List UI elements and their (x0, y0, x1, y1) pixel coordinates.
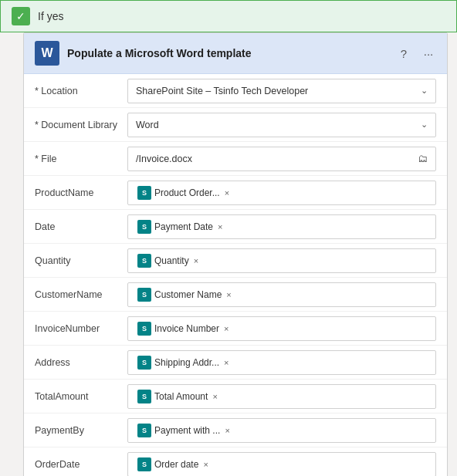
field-value-file: /Invoice.docx🗂 (127, 147, 436, 171)
field-value-invoice-number: SInvoice Number× (127, 316, 436, 341)
dropdown-document-library[interactable]: Word⌄ (127, 113, 436, 137)
tag-close-payment-by[interactable]: × (225, 426, 229, 435)
tag-text-payment-by: Payment with ... (154, 425, 220, 436)
field-label-address: Address (35, 357, 127, 368)
field-label-customer-name: CustomerName (35, 289, 127, 300)
folder-icon: 🗂 (418, 153, 428, 164)
sharepoint-icon: S (137, 254, 151, 268)
tag-total-amount: STotal Amount× (134, 388, 221, 405)
chevron-down-icon: ⌄ (421, 120, 428, 130)
field-row-document-library: * Document LibraryWord⌄ (24, 108, 447, 142)
tag-quantity: SQuantity× (134, 252, 201, 269)
field-row-payment-by: PaymentBySPayment with ...× (24, 414, 447, 447)
if-yes-label: If yes (38, 10, 63, 22)
field-row-address: AddressSShipping Addr...× (24, 346, 447, 380)
tag-text-customer-name: Customer Name (154, 289, 222, 300)
tag-date: SPayment Date× (134, 218, 225, 235)
field-value-address: SShipping Addr...× (127, 350, 436, 375)
field-value-location: SharePoint Site – Tsinfo Tech Developer⌄ (127, 79, 436, 103)
field-label-total-amount: TotalAmount (35, 391, 127, 402)
tag-text-total-amount: Total Amount (154, 391, 208, 402)
field-value-date: SPayment Date× (127, 214, 436, 239)
field-value-order-date: SOrder date× (127, 452, 436, 477)
field-row-product-name: ProductNameSProduct Order...× (24, 176, 447, 210)
tag-address: SShipping Addr...× (134, 354, 232, 371)
tag-container-product-name[interactable]: SProduct Order...× (127, 181, 436, 205)
sharepoint-icon: S (137, 186, 151, 200)
tag-text-date: Payment Date (154, 221, 213, 232)
tag-text-quantity: Quantity (154, 255, 189, 266)
tag-close-address[interactable]: × (224, 358, 228, 367)
sharepoint-icon: S (137, 220, 151, 234)
field-row-date: DateSPayment Date× (24, 210, 447, 244)
tag-customer-name: SCustomer Name× (134, 286, 235, 303)
tag-text-invoice-number: Invoice Number (154, 323, 219, 334)
field-label-quantity: Quantity (35, 255, 127, 266)
card-header: W Populate a Microsoft Word template ? ·… (24, 33, 447, 74)
sharepoint-icon: S (137, 424, 151, 437)
sharepoint-icon: S (137, 356, 151, 370)
file-input-file[interactable]: /Invoice.docx🗂 (127, 147, 436, 171)
tag-order-date: SOrder date× (134, 456, 212, 473)
field-value-document-library: Word⌄ (127, 113, 436, 137)
tag-text-address: Shipping Addr... (154, 357, 219, 368)
field-value-total-amount: STotal Amount× (127, 384, 436, 409)
field-row-order-date: OrderDateSOrder date× (24, 447, 447, 476)
more-options-button[interactable]: ··· (421, 46, 436, 61)
sharepoint-icon: S (137, 390, 151, 403)
field-row-location: * LocationSharePoint Site – Tsinfo Tech … (24, 74, 447, 108)
card-title: Populate a Microsoft Word template (67, 47, 388, 59)
tag-container-customer-name[interactable]: SCustomer Name× (127, 282, 436, 307)
tag-container-total-amount[interactable]: STotal Amount× (127, 384, 436, 409)
tag-close-quantity[interactable]: × (194, 256, 198, 265)
tag-container-invoice-number[interactable]: SInvoice Number× (127, 316, 436, 341)
tag-text-product-name: Product Order... (154, 187, 220, 198)
tag-container-quantity[interactable]: SQuantity× (127, 248, 436, 273)
tag-container-payment-by[interactable]: SPayment with ...× (127, 418, 436, 443)
if-yes-bar: ✓ If yes (0, 0, 457, 32)
tag-container-order-date[interactable]: SOrder date× (127, 452, 436, 477)
tag-close-total-amount[interactable]: × (212, 392, 217, 401)
card-header-actions: ? ··· (396, 46, 436, 61)
tag-close-order-date[interactable]: × (203, 460, 208, 469)
file-path-file: /Invoice.docx (136, 154, 192, 164)
field-label-invoice-number: InvoiceNumber (35, 323, 127, 334)
field-row-quantity: QuantitySQuantity× (24, 244, 447, 278)
check-icon: ✓ (12, 7, 30, 25)
card-body: * LocationSharePoint Site – Tsinfo Tech … (24, 74, 447, 476)
tag-text-order-date: Order date (154, 459, 198, 470)
tag-close-product-name[interactable]: × (225, 188, 229, 197)
field-value-product-name: SProduct Order...× (127, 181, 436, 205)
field-row-invoice-number: InvoiceNumberSInvoice Number× (24, 312, 447, 346)
field-label-product-name: ProductName (35, 187, 127, 198)
tag-close-invoice-number[interactable]: × (224, 324, 228, 333)
dropdown-text-location: SharePoint Site – Tsinfo Tech Developer (136, 86, 308, 96)
field-row-total-amount: TotalAmountSTotal Amount× (24, 380, 447, 414)
tag-close-date[interactable]: × (218, 222, 222, 231)
sharepoint-icon: S (137, 288, 151, 302)
tag-container-address[interactable]: SShipping Addr...× (127, 350, 436, 375)
tag-product-name: SProduct Order...× (134, 184, 232, 201)
word-icon: W (35, 41, 59, 66)
field-value-quantity: SQuantity× (127, 248, 436, 273)
chevron-down-icon: ⌄ (421, 86, 428, 96)
field-label-date: Date (35, 221, 127, 232)
dropdown-text-document-library: Word (136, 120, 159, 130)
field-label-file: * File (35, 154, 127, 164)
sharepoint-icon: S (137, 457, 151, 471)
sharepoint-icon: S (137, 322, 151, 336)
word-template-card: W Populate a Microsoft Word template ? ·… (23, 32, 448, 476)
help-button[interactable]: ? (396, 46, 411, 61)
field-label-payment-by: PaymentBy (35, 425, 127, 436)
dropdown-location[interactable]: SharePoint Site – Tsinfo Tech Developer⌄ (127, 79, 436, 103)
tag-close-customer-name[interactable]: × (226, 290, 231, 299)
field-label-location: * Location (35, 86, 127, 96)
field-row-file: * File/Invoice.docx🗂 (24, 142, 447, 176)
field-label-document-library: * Document Library (35, 120, 127, 130)
tag-container-date[interactable]: SPayment Date× (127, 214, 436, 239)
field-row-customer-name: CustomerNameSCustomer Name× (24, 278, 447, 312)
field-label-order-date: OrderDate (35, 459, 127, 470)
field-value-customer-name: SCustomer Name× (127, 282, 436, 307)
field-value-payment-by: SPayment with ...× (127, 418, 436, 443)
tag-payment-by: SPayment with ...× (134, 422, 233, 439)
